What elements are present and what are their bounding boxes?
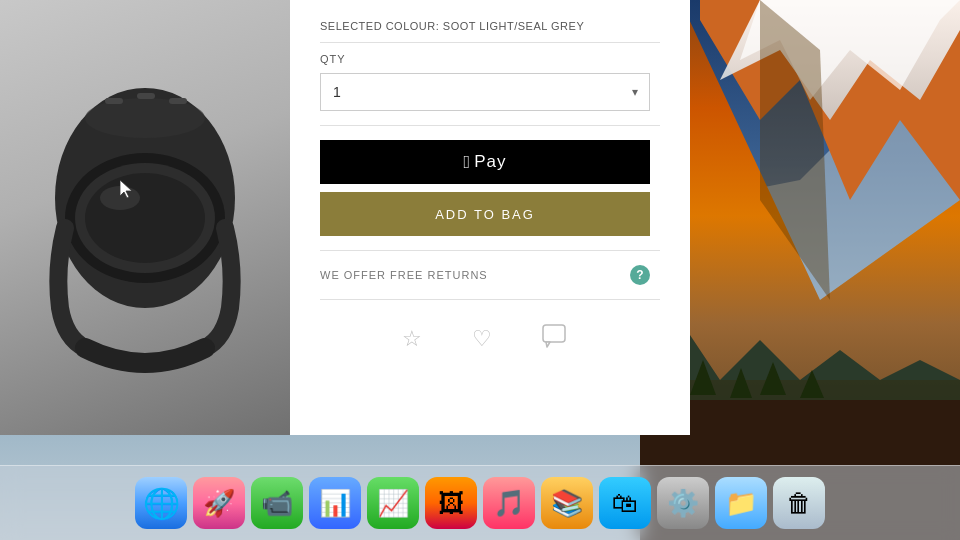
divider-4 xyxy=(320,299,660,300)
mac-dock: 🌐 🚀 📹 📊 📈 🖼 🎵 📚 🛍 ⚙️ 📁 🗑 xyxy=(0,465,960,540)
svg-marker-26 xyxy=(546,342,550,347)
divider-3 xyxy=(320,250,660,251)
svg-point-18 xyxy=(85,173,205,263)
star-icon: ☆ xyxy=(402,326,422,352)
qty-select[interactable]: 1 2 3 4 5 xyxy=(320,73,650,111)
divider-2 xyxy=(320,125,660,126)
add-to-bag-label: ADD TO BAG xyxy=(435,207,535,222)
product-image xyxy=(0,0,290,435)
star-button[interactable]: ☆ xyxy=(402,326,422,352)
svg-rect-21 xyxy=(105,98,123,104)
dock-item-sysprefs[interactable]: ⚙️ xyxy=(657,477,709,529)
svg-rect-25 xyxy=(543,325,565,342)
svg-rect-22 xyxy=(137,93,155,99)
dock-item-trash[interactable]: 🗑 xyxy=(773,477,825,529)
dock-item-files[interactable]: 📁 xyxy=(715,477,767,529)
svg-marker-24 xyxy=(120,180,132,198)
product-image-panel xyxy=(0,0,290,435)
dock-item-photos[interactable]: 🖼 xyxy=(425,477,477,529)
dock-item-ibooks[interactable]: 📚 xyxy=(541,477,593,529)
heart-button[interactable]: ♡ xyxy=(472,326,492,352)
dock-item-itunes[interactable]: 🎵 xyxy=(483,477,535,529)
help-icon[interactable]: ? xyxy=(630,265,650,285)
apple-pay-text: Pay xyxy=(474,152,506,172)
apple-pay-logo:  Pay xyxy=(464,152,507,173)
chat-icon xyxy=(542,324,568,353)
dock-item-launchpad[interactable]: 🚀 xyxy=(193,477,245,529)
dock-item-facetime[interactable]: 📹 xyxy=(251,477,303,529)
dock-item-numbers[interactable]: 📈 xyxy=(367,477,419,529)
product-helmet-svg xyxy=(35,48,255,388)
product-detail-panel: SELECTED COLOUR: soot light/seal grey QT… xyxy=(290,0,690,435)
dock-item-keynote[interactable]: 📊 xyxy=(309,477,361,529)
dock-item-appstore[interactable]: 🛍 xyxy=(599,477,651,529)
apple-pay-button[interactable]:  Pay xyxy=(320,140,650,184)
free-returns-text: WE OFFER FREE RETURNS xyxy=(320,269,488,281)
add-to-bag-button[interactable]: ADD TO BAG xyxy=(320,192,650,236)
chat-button[interactable] xyxy=(542,324,568,353)
selected-colour-value: soot light/seal grey xyxy=(443,20,584,32)
qty-label: QTY xyxy=(320,53,660,65)
svg-rect-23 xyxy=(169,98,187,104)
apple-icon:  xyxy=(464,152,471,173)
action-icons-row: ☆ ♡ xyxy=(320,314,650,353)
mouse-cursor xyxy=(120,180,132,198)
divider-1 xyxy=(320,42,660,43)
heart-icon: ♡ xyxy=(472,326,492,352)
qty-select-wrapper[interactable]: 1 2 3 4 5 ▾ xyxy=(320,73,650,111)
free-returns-row: WE OFFER FREE RETURNS ? xyxy=(320,265,650,285)
dock-item-finder[interactable]: 🌐 xyxy=(135,477,187,529)
selected-colour-label: SELECTED COLOUR: soot light/seal grey xyxy=(320,20,660,32)
svg-point-20 xyxy=(85,98,205,138)
